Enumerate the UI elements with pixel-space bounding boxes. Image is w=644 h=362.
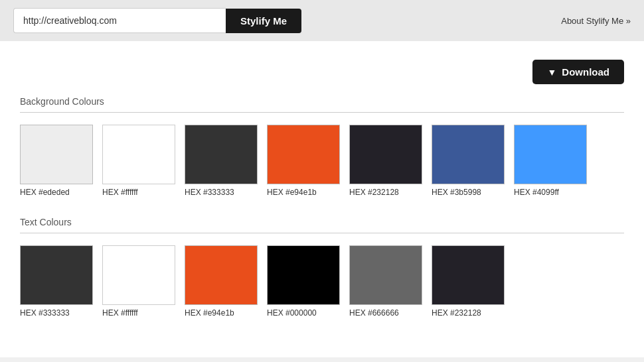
swatch-box[interactable]: [185, 245, 258, 305]
swatch-item: HEX #ffffff: [102, 125, 175, 197]
download-arrow-icon: ▼: [547, 67, 556, 78]
swatch-box[interactable]: [432, 245, 505, 305]
stylify-button[interactable]: Stylify Me: [226, 9, 301, 33]
swatch-label: HEX #ffffff: [102, 188, 138, 197]
swatch-box[interactable]: [267, 245, 340, 305]
swatch-item: HEX #4099ff: [514, 125, 587, 197]
swatch-box[interactable]: [514, 125, 587, 184]
swatch-label: HEX #666666: [349, 308, 399, 318]
swatch-box[interactable]: [185, 125, 258, 184]
text-swatches: HEX #333333HEX #ffffffHEX #e94e1bHEX #00…: [20, 245, 624, 318]
swatch-label: HEX #333333: [20, 308, 70, 318]
swatch-item: HEX #000000: [267, 245, 340, 318]
swatch-label: HEX #333333: [185, 188, 234, 197]
text-section-title: Text Colours: [20, 217, 624, 227]
url-input[interactable]: [13, 8, 226, 33]
swatch-item: HEX #666666: [349, 245, 422, 318]
swatch-label: HEX #232128: [432, 308, 481, 318]
swatch-label: HEX #e94e1b: [267, 188, 317, 197]
swatch-box[interactable]: [349, 245, 422, 305]
swatch-box[interactable]: [20, 125, 93, 184]
swatch-label: HEX #e94e1b: [185, 308, 234, 318]
swatch-label: HEX #ededed: [20, 188, 70, 197]
swatch-box[interactable]: [267, 125, 340, 184]
swatch-item: HEX #232128: [349, 125, 422, 197]
swatch-item: HEX #e94e1b: [267, 125, 340, 197]
header: Stylify Me About Stylify Me »: [0, 0, 644, 41]
download-button[interactable]: ▼ Download: [532, 60, 624, 84]
swatch-item: HEX #232128: [432, 245, 505, 318]
text-section: Text Colours HEX #333333HEX #ffffffHEX #…: [20, 217, 624, 318]
swatch-box[interactable]: [432, 125, 505, 184]
text-divider: [20, 233, 624, 233]
swatch-label: HEX #ffffff: [102, 308, 138, 318]
background-divider: [20, 112, 624, 113]
swatch-item: HEX #ededed: [20, 125, 93, 197]
swatch-item: HEX #333333: [185, 125, 258, 197]
swatch-box[interactable]: [349, 125, 422, 184]
download-label: Download: [562, 66, 609, 78]
about-link[interactable]: About Stylify Me »: [561, 16, 631, 26]
background-swatches: HEX #edededHEX #ffffffHEX #333333HEX #e9…: [20, 125, 624, 197]
background-section: Background Colours HEX #edededHEX #fffff…: [20, 96, 624, 197]
swatch-item: HEX #ffffff: [102, 245, 175, 318]
swatch-box[interactable]: [102, 245, 175, 305]
swatch-box[interactable]: [20, 245, 93, 305]
main-content: ▼ Download Background Colours HEX #edede…: [0, 41, 644, 357]
swatch-item: HEX #e94e1b: [185, 245, 258, 318]
swatch-box[interactable]: [102, 125, 175, 184]
swatch-label: HEX #4099ff: [514, 188, 559, 197]
swatch-item: HEX #333333: [20, 245, 93, 318]
toolbar-row: ▼ Download: [20, 54, 624, 84]
swatch-label: HEX #3b5998: [432, 188, 481, 197]
swatch-label: HEX #232128: [349, 188, 399, 197]
background-section-title: Background Colours: [20, 96, 624, 107]
swatch-label: HEX #000000: [267, 308, 317, 318]
swatch-item: HEX #3b5998: [432, 125, 505, 197]
